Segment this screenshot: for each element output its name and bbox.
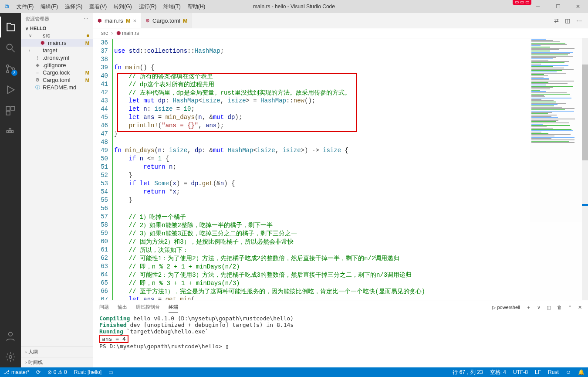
chevron-down-icon: ∨ (25, 26, 28, 31)
timeline-section[interactable]: ›时间线 (21, 357, 93, 367)
explorer-icon[interactable] (0, 17, 21, 37)
tree-node[interactable]: ◆.gitignore (21, 61, 93, 69)
close-button[interactable]: ✕ (568, 3, 588, 10)
tree-node[interactable]: ∨src (21, 32, 93, 39)
docker-icon[interactable] (0, 121, 21, 142)
source-control-icon[interactable]: 3 (0, 58, 21, 79)
menu-item[interactable]: 编辑(E) (37, 3, 61, 10)
panel-tab[interactable]: 问题 (99, 302, 109, 312)
account-icon[interactable] (0, 326, 21, 346)
breadcrumbs[interactable]: src › ⬢ main.rs (93, 28, 588, 38)
sync-icon[interactable]: ⟳ (33, 369, 44, 375)
menu-item[interactable]: 终端(T) (160, 3, 184, 10)
maximize-panel-icon[interactable]: ⌃ (568, 305, 572, 310)
line-gutter: 3637383940414243444546474849505152535455… (93, 38, 114, 300)
tree-node[interactable]: ›target (21, 47, 93, 54)
titlebar: ⧉ 文件(F)编辑(E)选择(S)查看(V)转到(G)运行(R)终端(T)帮助(… (0, 0, 588, 13)
feedback-icon[interactable]: ☺ (562, 369, 574, 376)
sidebar-title: 资源管理器 (25, 16, 49, 22)
svg-point-0 (7, 44, 12, 50)
code-editor[interactable]: 3637383940414243444546474849505152535455… (93, 38, 588, 300)
indentation[interactable]: 空格: 4 (487, 369, 510, 376)
outline-section[interactable]: ›大纲 (21, 346, 93, 357)
split-editor-icon[interactable]: ◫ (565, 17, 570, 24)
more-actions-icon[interactable]: ⋯ (576, 17, 582, 24)
split-terminal-icon[interactable]: ◫ (547, 305, 551, 310)
eol[interactable]: LF (531, 369, 544, 376)
project-root[interactable]: ∨ HELLO (21, 25, 93, 32)
notifications-icon[interactable]: 🔔 (574, 369, 588, 376)
scrollbar-thumb[interactable] (582, 65, 588, 160)
menu-item[interactable]: 转到(G) (110, 3, 135, 10)
activitybar: 3 (0, 13, 21, 367)
menu-item[interactable]: 帮助(H) (184, 3, 209, 10)
kill-terminal-icon[interactable]: 🗑 (557, 305, 562, 310)
svg-rect-10 (9, 128, 11, 130)
panel-tab[interactable]: 输出 (118, 302, 127, 312)
svg-point-2 (7, 71, 9, 73)
rust-file-icon: ⬢ (116, 30, 121, 36)
maximize-button[interactable]: ☐ (548, 3, 568, 10)
tree-node[interactable]: ⬢main.rsM (21, 39, 93, 47)
search-icon[interactable] (0, 37, 21, 58)
tree-node[interactable]: ⓘREADME.md (21, 84, 93, 91)
menubar: 文件(F)编辑(E)选择(S)查看(V)转到(G)运行(R)终端(T)帮助(H) (13, 3, 209, 10)
language-mode[interactable]: Rust (544, 369, 562, 376)
compare-changes-icon[interactable]: ⇄ (554, 17, 559, 24)
vscode-logo-icon: ⧉ (0, 3, 13, 10)
run-debug-icon[interactable] (0, 79, 21, 100)
code-content[interactable]: use std::collections::HashMap;fn main() … (114, 38, 588, 300)
menu-item[interactable]: 查看(V) (86, 3, 110, 10)
minimap[interactable] (530, 38, 582, 300)
cursor-position[interactable]: 行 67，列 23 (449, 369, 486, 376)
close-panel-icon[interactable]: ✕ (578, 305, 582, 310)
menu-item[interactable]: 运行(R) (135, 3, 160, 10)
problems-status[interactable]: ⊘ 0 ⚠ 0 (44, 369, 70, 375)
menu-item[interactable]: 文件(F) (13, 3, 37, 10)
terminal-output[interactable]: Compiling hello v0.1.0 (D:\mysetup\gopat… (93, 312, 588, 367)
svg-rect-5 (11, 106, 15, 110)
editor-tabs: ⬢main.rs M ×⚙Cargo.toml M ⇄ ◫ ⋯ (93, 13, 588, 28)
file-tree: ∨src⬢main.rsM›target!.drone.yml◆.gitigno… (21, 32, 93, 346)
layout-icon[interactable]: ▭ (105, 369, 117, 375)
svg-point-11 (9, 332, 13, 336)
output-highlight: ans = 4 (99, 335, 128, 343)
new-terminal-icon[interactable]: ＋ (526, 304, 531, 311)
svg-rect-7 (7, 131, 8, 132)
svg-rect-6 (6, 111, 10, 115)
svg-rect-9 (11, 131, 13, 132)
tree-node[interactable]: ⚙Cargo.tomlM (21, 76, 93, 84)
shell-selector[interactable]: ▷ powershell (492, 305, 520, 310)
git-branch[interactable]: ⎇ master* (0, 369, 33, 375)
window-title: main.rs - hello - Visual Studio Code (253, 3, 335, 10)
sidebar: 资源管理器 ⋯ ∨ HELLO ∨src⬢main.rsM›target!.dr… (21, 13, 93, 367)
svg-rect-4 (6, 106, 10, 110)
sidebar-more-icon[interactable]: ⋯ (84, 16, 88, 22)
menu-item[interactable]: 选择(S) (61, 3, 86, 10)
tree-node[interactable]: ≡Cargo.lockM (21, 69, 93, 76)
panel-tabs: 问题输出调试控制台终端 ▷ powershell ＋ ∨ ◫ 🗑 ⌃ ✕ (93, 300, 588, 312)
tree-node[interactable]: !.drone.yml (21, 54, 93, 61)
statusbar: ⎇ master* ⟳ ⊘ 0 ⚠ 0 Rust: [hello] ▭ 行 67… (0, 367, 588, 377)
bottom-panel: 问题输出调试控制台终端 ▷ powershell ＋ ∨ ◫ 🗑 ⌃ ✕ Com… (93, 300, 588, 367)
panel-tab[interactable]: 调试控制台 (136, 302, 160, 312)
breadcrumb-src[interactable]: src (101, 30, 108, 36)
encoding[interactable]: UTF-8 (510, 369, 531, 376)
dropdown-icon[interactable]: ∨ (537, 305, 541, 310)
extensions-icon[interactable] (0, 100, 21, 121)
editor-tab[interactable]: ⬢main.rs M × (93, 13, 141, 28)
svg-point-1 (7, 65, 9, 67)
rust-analyzer-status[interactable]: Rust: [hello] (71, 369, 105, 375)
svg-point-12 (9, 356, 12, 359)
breadcrumb-file[interactable]: main.rs (122, 30, 139, 36)
editor-tab[interactable]: ⚙Cargo.toml M (141, 13, 192, 28)
svg-rect-8 (9, 131, 11, 132)
project-name: HELLO (30, 26, 46, 31)
settings-gear-icon[interactable] (0, 346, 21, 367)
sidebar-header: 资源管理器 ⋯ (21, 13, 93, 25)
vertical-scrollbar[interactable] (582, 38, 588, 300)
editor-area: ⬢main.rs M ×⚙Cargo.toml M ⇄ ◫ ⋯ src › ⬢ … (93, 13, 588, 367)
panel-tab[interactable]: 终端 (169, 302, 178, 312)
external-indicator: ▭ ▭ ▭ (513, 0, 531, 5)
scm-badge: 3 (11, 70, 17, 76)
